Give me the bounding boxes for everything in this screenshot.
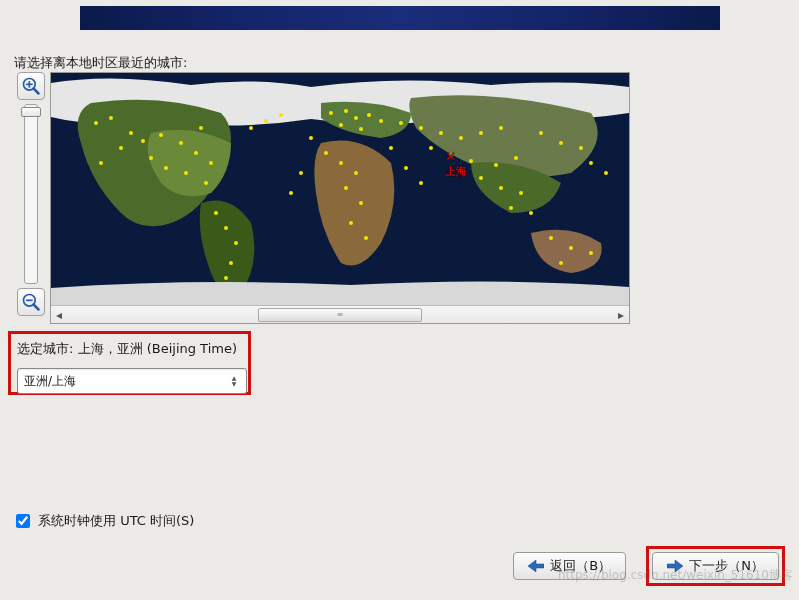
timezone-map-container: ✕ 上海 ◂ ≡ ▸ xyxy=(50,72,630,324)
svg-point-62 xyxy=(94,121,98,125)
svg-point-36 xyxy=(364,236,368,240)
svg-point-10 xyxy=(159,133,163,137)
scrollbar-thumb[interactable]: ≡ xyxy=(258,308,422,322)
svg-point-56 xyxy=(559,261,563,265)
utc-checkbox[interactable] xyxy=(16,514,30,528)
timezone-combo-value: 亚洲/上海 xyxy=(24,373,76,390)
zoom-out-button[interactable] xyxy=(17,288,45,316)
svg-point-26 xyxy=(367,113,371,117)
svg-point-38 xyxy=(419,126,423,130)
svg-point-70 xyxy=(419,181,423,185)
timezone-prompt-label: 请选择离本地时区最近的城市: xyxy=(14,54,187,72)
svg-point-53 xyxy=(549,236,553,240)
wizard-button-row: 返回（B） 下一步（N） xyxy=(513,546,785,586)
svg-point-42 xyxy=(499,126,503,130)
svg-point-14 xyxy=(149,156,153,160)
zoom-panel xyxy=(16,72,46,316)
svg-point-75 xyxy=(99,161,103,165)
svg-point-58 xyxy=(559,141,563,145)
svg-point-8 xyxy=(129,131,133,135)
svg-point-61 xyxy=(604,171,608,175)
zoom-in-button[interactable] xyxy=(17,72,45,100)
city-marker-x-icon: ✕ xyxy=(445,149,456,164)
svg-point-51 xyxy=(509,206,513,210)
svg-point-31 xyxy=(339,161,343,165)
svg-point-18 xyxy=(214,211,218,215)
svg-point-52 xyxy=(529,211,533,215)
svg-point-24 xyxy=(344,109,348,113)
svg-point-54 xyxy=(569,246,573,250)
svg-point-68 xyxy=(389,146,393,150)
svg-point-13 xyxy=(209,161,213,165)
svg-point-15 xyxy=(164,166,168,170)
svg-line-1 xyxy=(34,89,39,94)
zoom-in-icon xyxy=(21,76,41,96)
scroll-right-icon[interactable]: ▸ xyxy=(613,307,629,323)
timezone-combo[interactable]: 亚洲/上海 ▲▼ xyxy=(17,368,247,394)
combo-spinner-icon: ▲▼ xyxy=(226,375,242,387)
next-button[interactable]: 下一步（N） xyxy=(652,552,779,580)
svg-point-9 xyxy=(141,139,145,143)
svg-point-45 xyxy=(469,159,473,163)
svg-point-11 xyxy=(179,141,183,145)
selected-city-label: 选定城市: 上海，亚洲 (Beijing Time) xyxy=(17,340,242,358)
utc-checkbox-row[interactable]: 系统时钟使用 UTC 时间(S) xyxy=(16,512,194,530)
timezone-map[interactable]: ✕ 上海 xyxy=(51,73,629,305)
svg-point-17 xyxy=(204,181,208,185)
svg-point-35 xyxy=(349,221,353,225)
back-button[interactable]: 返回（B） xyxy=(513,552,626,580)
utc-checkbox-label: 系统时钟使用 UTC 时间(S) xyxy=(38,512,194,530)
svg-point-65 xyxy=(264,119,268,123)
svg-point-12 xyxy=(194,151,198,155)
svg-point-69 xyxy=(404,166,408,170)
zoom-out-icon xyxy=(21,292,41,312)
svg-point-47 xyxy=(514,156,518,160)
svg-point-16 xyxy=(184,171,188,175)
svg-point-21 xyxy=(229,261,233,265)
scroll-left-icon[interactable]: ◂ xyxy=(51,307,67,323)
svg-point-27 xyxy=(379,119,383,123)
svg-point-19 xyxy=(224,226,228,230)
zoom-slider-thumb[interactable] xyxy=(21,107,41,117)
svg-point-60 xyxy=(589,161,593,165)
svg-point-59 xyxy=(579,146,583,150)
svg-point-74 xyxy=(119,146,123,150)
svg-point-55 xyxy=(589,251,593,255)
svg-point-40 xyxy=(459,136,463,140)
svg-point-46 xyxy=(494,163,498,167)
svg-point-72 xyxy=(289,191,293,195)
svg-point-22 xyxy=(224,276,228,280)
svg-point-43 xyxy=(429,146,433,150)
svg-point-48 xyxy=(479,176,483,180)
svg-point-23 xyxy=(329,111,333,115)
arrow-left-icon xyxy=(528,560,544,572)
arrow-right-icon xyxy=(667,560,683,572)
svg-point-57 xyxy=(539,131,543,135)
svg-point-37 xyxy=(399,121,403,125)
svg-point-41 xyxy=(479,131,483,135)
city-marker-label: 上海 xyxy=(445,165,467,178)
svg-point-63 xyxy=(109,116,113,120)
svg-point-64 xyxy=(249,126,253,130)
svg-point-50 xyxy=(519,191,523,195)
selected-city-marker: ✕ 上海 xyxy=(445,149,467,179)
svg-point-66 xyxy=(279,113,283,117)
svg-point-29 xyxy=(359,127,363,131)
svg-point-33 xyxy=(344,186,348,190)
svg-point-49 xyxy=(499,186,503,190)
svg-line-5 xyxy=(34,305,39,310)
svg-point-32 xyxy=(354,171,358,175)
city-selection-highlight: 选定城市: 上海，亚洲 (Beijing Time) 亚洲/上海 ▲▼ xyxy=(8,331,251,395)
zoom-slider[interactable] xyxy=(24,104,38,284)
map-horizontal-scrollbar[interactable]: ◂ ≡ ▸ xyxy=(51,305,629,323)
next-button-highlight: 下一步（N） xyxy=(646,546,785,586)
svg-point-28 xyxy=(339,123,343,127)
world-map-svg xyxy=(51,73,629,305)
svg-point-73 xyxy=(199,126,203,130)
svg-point-34 xyxy=(359,201,363,205)
svg-point-20 xyxy=(234,241,238,245)
svg-point-39 xyxy=(439,131,443,135)
svg-point-30 xyxy=(324,151,328,155)
scrollbar-track[interactable]: ≡ xyxy=(67,308,613,322)
svg-point-71 xyxy=(299,171,303,175)
